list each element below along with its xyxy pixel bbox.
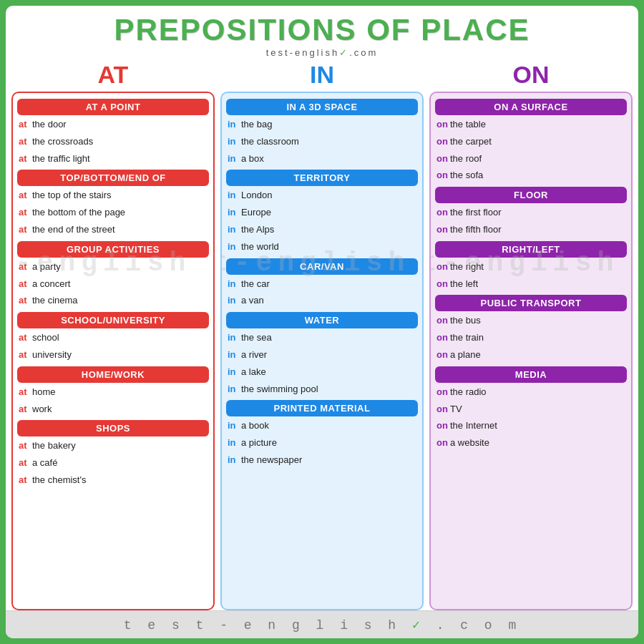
in-item: inthe classroom [226, 135, 418, 150]
in-item: ina van [226, 293, 418, 308]
at-item: atthe bottom of the page [17, 205, 209, 220]
page-outer: PREPOSITIONS OF PLACE test-english✓.com … [0, 0, 644, 644]
page-title: PREPOSITIONS OF PLACE [6, 13, 638, 47]
at-section-school: SCHOOL/UNIVERSITY [17, 312, 209, 328]
website-label: test-english✓.com [6, 47, 638, 58]
at-item: atthe traffic light [17, 152, 209, 167]
in-item: inEurope [226, 205, 418, 220]
at-item: atwork [17, 402, 209, 417]
on-section-surface: ON A SURFACE [435, 99, 627, 115]
on-item: ona plane [435, 348, 627, 363]
on-item: onTV [435, 402, 627, 417]
in-item: ina box [226, 152, 418, 167]
in-item: inthe bag [226, 117, 418, 132]
at-item: atthe bakery [17, 439, 209, 454]
at-item: atthe end of the street [17, 223, 209, 238]
on-header: ON [429, 61, 633, 89]
on-item: onthe fifth floor [435, 223, 627, 238]
on-body: t-english ON A SURFACE onthe table onthe… [429, 92, 633, 610]
on-section-floor: FLOOR [435, 187, 627, 203]
at-section-group: GROUP ACTIVITIES [17, 241, 209, 258]
at-section-shops: SHOPS [17, 420, 209, 436]
on-item: onthe sofa [435, 168, 627, 183]
in-item: inLondon [226, 188, 418, 203]
at-body: t-english AT A POINT atthe door atthe cr… [11, 92, 215, 610]
on-item: onthe first floor [435, 205, 627, 220]
at-item: ata café [17, 456, 209, 471]
column-in: IN t-english IN A 3D SPACE inthe bag int… [220, 61, 424, 610]
at-item: atuniversity [17, 348, 209, 363]
at-section-point: AT A POINT [17, 99, 209, 115]
footer: t e s t - e n g l i s h ✓ . c o m [6, 610, 638, 638]
in-item: ina river [226, 348, 418, 363]
page-inner: PREPOSITIONS OF PLACE test-english✓.com … [6, 6, 638, 638]
at-item: ata party [17, 260, 209, 275]
on-item: onthe left [435, 277, 627, 292]
title-area: PREPOSITIONS OF PLACE test-english✓.com [6, 6, 638, 61]
at-item: atthe top of the stairs [17, 188, 209, 203]
on-item: onthe train [435, 331, 627, 346]
in-item: inthe swimming pool [226, 382, 418, 397]
on-item: onthe Internet [435, 419, 627, 434]
in-item: inthe sea [226, 331, 418, 346]
on-item: ona website [435, 436, 627, 451]
on-item: onthe carpet [435, 135, 627, 150]
in-item: ina picture [226, 436, 418, 451]
on-section-rightleft: RIGHT/LEFT [435, 241, 627, 258]
in-body: t-english IN A 3D SPACE inthe bag inthe … [220, 92, 424, 610]
at-item: athome [17, 385, 209, 400]
in-section-territory: TERRITORY [226, 170, 418, 186]
on-item: onthe radio [435, 385, 627, 400]
columns-wrapper: AT t-english AT A POINT atthe door atthe… [6, 61, 638, 610]
in-item: inthe car [226, 277, 418, 292]
at-item: atthe crossroads [17, 135, 209, 150]
at-header: AT [11, 61, 215, 89]
in-section-3d: IN A 3D SPACE [226, 99, 418, 115]
column-at: AT t-english AT A POINT atthe door atthe… [11, 61, 215, 610]
on-section-transport: PUBLIC TRANSPORT [435, 295, 627, 311]
on-item: onthe roof [435, 152, 627, 167]
in-item: inthe newspaper [226, 453, 418, 468]
in-section-water: WATER [226, 312, 418, 328]
in-item: inthe world [226, 240, 418, 255]
on-item: onthe right [435, 260, 627, 275]
at-item: atschool [17, 331, 209, 346]
in-item: ina lake [226, 365, 418, 380]
at-item: atthe door [17, 117, 209, 132]
in-section-carvan: CAR/VAN [226, 258, 418, 275]
in-item: ina book [226, 419, 418, 434]
in-item: inthe Alps [226, 223, 418, 238]
at-item: ata concert [17, 277, 209, 292]
in-section-printed: PRINTED MATERIAL [226, 400, 418, 416]
at-section-topbottom: TOP/BOTTOM/END OF [17, 170, 209, 186]
at-item: atthe cinema [17, 293, 209, 308]
in-header: IN [220, 61, 424, 89]
on-item: onthe bus [435, 313, 627, 328]
column-on: ON t-english ON A SURFACE onthe table on… [429, 61, 633, 610]
at-section-homework: HOME/WORK [17, 366, 209, 383]
at-item: atthe chemist's [17, 473, 209, 488]
on-section-media: MEDIA [435, 366, 627, 383]
on-item: onthe table [435, 117, 627, 132]
